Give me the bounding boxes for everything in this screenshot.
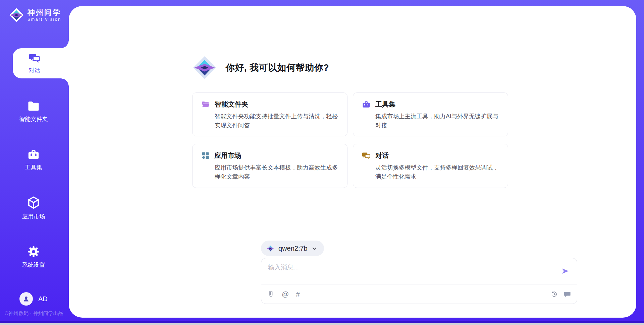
model-selector[interactable]: qwen2:7b	[261, 241, 324, 256]
user-name: AD	[38, 295, 48, 303]
card-title: 智能文件夹	[215, 100, 248, 109]
sidebar-item-toolset[interactable]: 工具集	[0, 145, 67, 175]
message-composer: @ #	[261, 258, 577, 304]
app-window: 神州问学 Smart Vision 对话 智能文件夹	[0, 0, 644, 325]
chat-bubble-button[interactable]	[564, 290, 571, 298]
sidebar-item-chat[interactable]: 对话	[13, 48, 69, 78]
card-title: 应用市场	[214, 151, 241, 160]
main-content-surface: 你好, 我可以如何帮助你? 智能文件夹 智能文件夹功能支持批量文件上传与清洗，轻…	[69, 6, 636, 318]
chevron-down-icon	[312, 246, 317, 251]
model-name: qwen2:7b	[278, 245, 308, 252]
window-bottom-strip	[0, 321, 644, 323]
avatar	[19, 292, 33, 306]
sidebar-item-settings[interactable]: 系统设置	[0, 242, 67, 272]
gem-logo-icon	[192, 55, 217, 81]
brand-gem-icon	[9, 7, 24, 23]
gear-icon	[27, 245, 40, 258]
sidebar-item-label: 系统设置	[22, 261, 45, 269]
user-profile-button[interactable]: AD	[19, 292, 48, 306]
hash-symbol: #	[296, 290, 300, 298]
at-symbol: @	[282, 290, 289, 298]
folder-icon	[27, 100, 40, 112]
card-title: 工具集	[375, 100, 395, 109]
window-bottom-edge	[0, 323, 644, 325]
card-title: 对话	[375, 151, 389, 160]
card-description: 灵活切换多模型文件，支持多样回复效果调试，满足个性化需求	[375, 163, 500, 181]
sidebar-item-label: 对话	[29, 67, 40, 74]
card-description: 应用市场提供丰富长文本模板，助力高效生成多样化文章内容	[215, 163, 340, 181]
card-description: 智能文件夹功能支持批量文件上传与清洗，轻松实现文件问答	[215, 112, 340, 130]
history-button[interactable]	[550, 290, 558, 298]
message-input[interactable]	[268, 263, 553, 282]
composer-toolbar: @ #	[261, 284, 577, 304]
folder-open-icon	[201, 101, 210, 109]
card-toolset[interactable]: 工具集 集成市场上主流工具，助力AI与外界无缝扩展与对接	[353, 92, 508, 136]
hashtag-button[interactable]: #	[296, 290, 300, 298]
gem-logo-icon	[266, 244, 274, 253]
card-smart-folder[interactable]: 智能文件夹 智能文件夹功能支持批量文件上传与清洗，轻松实现文件问答	[192, 92, 347, 136]
grid-icon	[201, 151, 210, 160]
copyright-footer: ©神州数码 · 神州问学出品	[5, 310, 63, 317]
attachment-button[interactable]	[267, 290, 275, 298]
sidebar-item-app-market[interactable]: 应用市场	[0, 193, 67, 223]
active-tab-curve-top	[61, 40, 69, 48]
sidebar-item-smart-folder[interactable]: 智能文件夹	[0, 96, 67, 127]
send-button[interactable]	[561, 267, 570, 275]
cube-icon	[27, 196, 40, 210]
briefcase-icon	[362, 100, 371, 109]
brand-subtitle: Smart Vision	[28, 17, 61, 22]
greeting-title: 你好, 我可以如何帮助你?	[226, 62, 329, 74]
brand-logo: 神州问学 Smart Vision	[9, 7, 61, 23]
mention-button[interactable]: @	[282, 290, 289, 298]
sidebar-item-label: 智能文件夹	[19, 115, 48, 123]
sidebar-item-label: 工具集	[25, 164, 42, 171]
chat-icon	[29, 53, 40, 64]
greeting-row: 你好, 我可以如何帮助你?	[192, 55, 329, 81]
chat-icon	[362, 151, 371, 160]
card-chat[interactable]: 对话 灵活切换多模型文件，支持多样回复效果调试，满足个性化需求	[353, 144, 508, 188]
card-description: 集成市场上主流工具，助力AI与外界无缝扩展与对接	[375, 112, 500, 130]
feature-cards: 智能文件夹 智能文件夹功能支持批量文件上传与清洗，轻松实现文件问答	[192, 92, 509, 188]
brand-name: 神州问学	[28, 8, 61, 17]
active-tab-curve-bottom	[61, 78, 69, 86]
sidebar-item-label: 应用市场	[22, 213, 45, 220]
card-app-market[interactable]: 应用市场 应用市场提供丰富长文本模板，助力高效生成多样化文章内容	[192, 144, 347, 188]
toolbox-icon	[27, 148, 40, 160]
